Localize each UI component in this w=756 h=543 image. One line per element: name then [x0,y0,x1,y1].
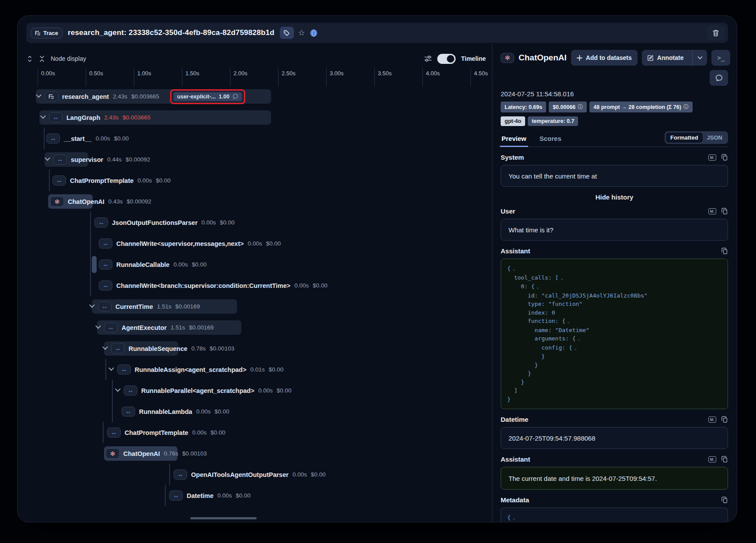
time-axis-label: 4.00s [423,68,440,77]
run-type-badge: ↔ [124,385,137,396]
run-cost: $0.00103 [210,345,234,352]
collapse-chevron-icon[interactable]: ⌄ [578,336,581,342]
code-text: } [507,379,524,385]
chevron-down-icon[interactable] [89,302,95,308]
markdown-icon[interactable]: M↓ [708,456,716,462]
trace-tree-row[interactable]: ↔ RunnableParallel<agent_scratchpad> 0.0… [26,383,492,398]
assistant-answer-box: The current date and time is 2024-07-25T… [501,467,728,490]
trace-tree-row[interactable]: ✻ ChatOpenAI 0.76s $0.00103 [26,446,492,461]
trace-tree-row[interactable]: ↔ JsonOutputFunctionsParser 0.00s $0.00 [26,215,492,230]
metric-badge[interactable]: 48 prompt → 28 completion (Σ 76)ⓘ [589,102,693,112]
trace-tree-row[interactable]: ↔ RunnableSequence 0.78s $0.00103 [26,341,492,356]
format-toggle-json[interactable]: JSON [703,133,727,143]
trace-tree-row[interactable]: ✻ ChatOpenAI 0.43s $0.00092 [26,194,492,209]
annotate-dropdown[interactable] [692,50,707,66]
star-icon[interactable]: ☆ [298,29,305,37]
chevron-down-icon[interactable] [40,113,46,119]
run-type-badge: ↔ [52,175,66,186]
run-cost: $0.00 [266,240,281,247]
run-type-badge: ↔ [169,490,183,501]
globe-icon[interactable] [310,29,318,37]
markdown-icon[interactable]: M↓ [708,417,716,423]
markdown-icon[interactable]: M↓ [708,154,716,161]
run-cost: $0.00169 [175,303,200,310]
metric-badge[interactable]: temperature: 0.7 [528,116,578,126]
copy-icon[interactable] [721,208,728,215]
view-options-icon[interactable] [424,55,432,62]
time-axis-tick: 3.50s [374,68,392,87]
copy-icon[interactable] [721,416,728,423]
collapse-chevron-icon[interactable]: ⌄ [537,284,540,290]
format-toggle-formatted[interactable]: Formatted [666,133,703,143]
comments-button[interactable] [710,70,728,86]
metric-badge-text: Latency: 0.69s [505,104,542,110]
collapse-all-icon[interactable] [38,55,45,63]
chevron-down-icon[interactable] [36,92,42,98]
horizontal-scrollbar[interactable] [190,517,257,519]
chain-run-icon: ↔ [57,156,63,162]
metric-badge[interactable]: Latency: 0.69s [501,102,546,112]
chevron-down-icon[interactable] [102,344,108,350]
trace-tree-row[interactable]: ↔ AgentExecutor 1.51s $0.00169 [26,320,492,335]
trace-tree-row[interactable]: ↔ LangGraph 2.43s $0.003665 [26,110,492,125]
code-text: config: { [507,344,572,351]
trace-tree-row[interactable]: ↔ RunnableLambda 0.00s $0.00 [26,404,492,419]
toggle-knob [447,55,454,63]
run-metrics-row: Latency: 0.69s$0.00066ⓘ48 prompt → 28 co… [501,102,728,112]
expand-all-icon[interactable] [26,55,33,63]
delete-trace-button[interactable] [707,25,725,40]
playground-button[interactable]: >_ [711,50,730,66]
hide-history-link[interactable]: Hide history [501,193,728,201]
copy-icon[interactable] [721,154,728,161]
markdown-icon[interactable]: M↓ [708,208,716,214]
code-text: function: { [507,318,565,324]
time-axis-tick: 0.00s [38,68,55,87]
chevron-down-icon[interactable] [108,365,114,371]
code-text: } [507,353,545,360]
trace-tree-row[interactable]: ↔ ChannelWrite<branch:supervisor:conditi… [26,278,492,293]
trace-tree-row[interactable]: ↔ supervisor 0.44s $0.00092 [26,152,492,167]
trace-tree-row[interactable]: ↔ ChannelWrite<supervisor,messages,next>… [26,236,492,251]
run-duration: 1.51s [157,303,171,310]
code-text: tool_calls: [ [507,274,558,281]
tab-preview[interactable]: Preview [501,135,527,147]
copy-icon[interactable] [721,497,728,504]
collapse-chevron-icon[interactable]: ⌄ [512,266,516,272]
chain-run-icon: ↔ [108,324,114,330]
tab-scores[interactable]: Scores [539,135,562,147]
run-cost: $0.00 [220,219,235,226]
trace-tree-row[interactable]: ↔ Datetime 0.00s $0.00 [26,488,492,503]
tag-button[interactable] [280,27,294,39]
metric-badge-text: temperature: 0.7 [532,118,574,124]
chain-run-icon: ↔ [103,240,109,246]
chevron-down-icon[interactable] [45,155,50,161]
trace-tree-row[interactable]: ↔ __start__ 0.00s $0.00 [26,131,492,146]
collapse-chevron-icon[interactable]: ⌄ [560,275,563,281]
trace-tree-row[interactable]: ↔ OpenAIToolsAgentOutputParser 0.00s $0.… [26,467,492,482]
trace-tree-row[interactable]: ↔ RunnableCallable 0.00s $0.00 [26,257,492,272]
annotate-button[interactable]: Annotate [642,50,707,66]
trace-tree-row[interactable]: ↔ ChatPromptTemplate 0.00s $0.00 [26,173,492,188]
trace-tree-row[interactable]: research_agent 2.43s $0.003665 user-expl… [26,89,492,104]
trace-tree-row[interactable]: ↔ CurrentTime 1.51s $0.00169 [26,299,492,314]
code-text: ] [507,387,517,394]
copy-icon[interactable] [721,248,728,255]
timeline-toggle[interactable] [437,54,456,64]
metadata-box: {⌄ tags: [⌄ [501,508,728,522]
collapse-chevron-icon[interactable]: ⌄ [512,515,516,521]
chevron-down-icon[interactable] [115,386,121,392]
chevron-down-icon[interactable] [95,323,101,329]
collapse-chevron-icon[interactable]: ⌄ [567,319,570,324]
run-name: ChatPromptTemplate [70,177,134,184]
metric-badge[interactable]: gpt-4o [501,116,525,126]
metric-badge[interactable]: $0.00066ⓘ [549,102,587,112]
collapse-chevron-icon[interactable]: ⌄ [574,345,577,351]
feedback-badge[interactable]: user-explicit-... 1.00 [174,92,242,101]
add-to-datasets-button[interactable]: Add to datasets [571,50,638,66]
copy-icon[interactable] [721,456,728,463]
trace-tree-row[interactable]: ↔ ChatPromptTemplate 0.00s $0.00 [26,425,492,440]
section-label-system: System [501,154,524,161]
page-title: research_agent: 23338c52-350d-4efb-89ca-… [68,28,275,37]
pencil-icon [647,55,654,61]
trace-tree-row[interactable]: ↔ RunnableAssign<agent_scratchpad> 0.01s… [26,362,492,377]
